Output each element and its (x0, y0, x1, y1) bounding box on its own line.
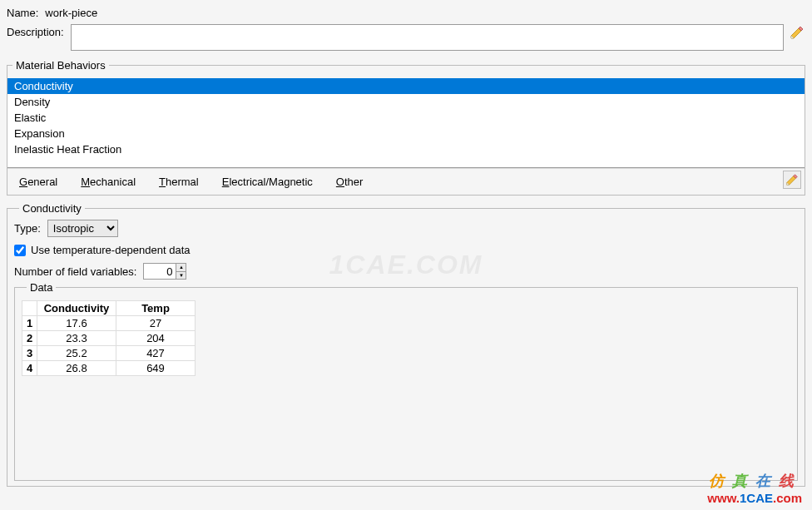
temp-dependent-label: Use temperature-dependent data (31, 244, 191, 256)
data-table[interactable]: Conductivity Temp 1 17.6 27 2 23.3 204 3… (22, 300, 196, 376)
data-group: Data Conductivity Temp 1 17.6 27 2 23.3 (14, 281, 798, 481)
col-conductivity[interactable]: Conductivity (37, 301, 116, 316)
edit-description-icon[interactable] (789, 24, 805, 41)
cell-conductivity[interactable]: 17.6 (37, 316, 116, 331)
temp-dependent-checkbox[interactable] (14, 245, 26, 256)
menu-thermal[interactable]: Thermal (147, 172, 210, 191)
name-value: work-piece (45, 7, 97, 19)
behavior-list[interactable]: Conductivity Density Elastic Expansion I… (7, 78, 805, 168)
table-row[interactable]: 1 17.6 27 (22, 316, 196, 331)
data-legend: Data (27, 281, 56, 294)
menu-electrical[interactable]: Electrical/Magnetic (210, 172, 324, 191)
row-header: 4 (22, 361, 37, 376)
row-header: 3 (22, 346, 37, 361)
field-variables-input[interactable] (144, 264, 176, 279)
cell-temp[interactable]: 649 (116, 361, 196, 376)
menu-other[interactable]: Other (324, 172, 375, 191)
col-temp[interactable]: Temp (116, 301, 196, 316)
type-label: Type: (14, 222, 41, 235)
name-label: Name: (7, 7, 38, 19)
cell-conductivity[interactable]: 25.2 (37, 346, 116, 361)
conductivity-legend: Conductivity (19, 202, 85, 215)
behavior-item-expansion[interactable]: Expansion (7, 126, 805, 141)
table-row[interactable]: 4 26.8 649 (22, 361, 196, 376)
table-row[interactable]: 3 25.2 427 (22, 346, 196, 361)
spinner-down-icon[interactable]: ▼ (176, 272, 186, 280)
material-behaviors-legend: Material Behaviors (12, 59, 109, 72)
description-label: Description: (7, 24, 64, 38)
table-corner (22, 301, 37, 316)
description-input[interactable] (71, 24, 784, 51)
table-row[interactable]: 2 23.3 204 (22, 331, 196, 346)
field-variables-label: Number of field variables: (14, 265, 136, 278)
cell-conductivity[interactable]: 23.3 (37, 331, 116, 346)
cell-temp[interactable]: 427 (116, 346, 196, 361)
behavior-item-elastic[interactable]: Elastic (7, 110, 805, 126)
type-select[interactable]: Isotropic (47, 220, 118, 237)
edit-menu-icon[interactable] (783, 171, 801, 189)
material-behaviors-group: Material Behaviors Conductivity Density … (7, 59, 805, 196)
cell-temp[interactable]: 27 (116, 316, 196, 331)
cell-conductivity[interactable]: 26.8 (37, 361, 116, 376)
conductivity-group: Conductivity Type: Isotropic Use tempera… (7, 202, 805, 487)
behavior-item-inelastic-heat[interactable]: Inelastic Heat Fraction (7, 141, 805, 157)
behavior-item-density[interactable]: Density (7, 94, 805, 110)
behavior-item-conductivity[interactable]: Conductivity (7, 78, 805, 94)
field-variables-spinner[interactable]: ▲ ▼ (143, 263, 186, 280)
row-header: 1 (22, 316, 37, 331)
menu-mechanical[interactable]: Mechanical (69, 172, 147, 191)
spinner-up-icon[interactable]: ▲ (176, 264, 186, 272)
row-header: 2 (22, 331, 37, 346)
cell-temp[interactable]: 204 (116, 331, 196, 346)
behavior-menu: General Mechanical Thermal Electrical/Ma… (7, 168, 805, 195)
menu-general[interactable]: General (7, 172, 69, 191)
